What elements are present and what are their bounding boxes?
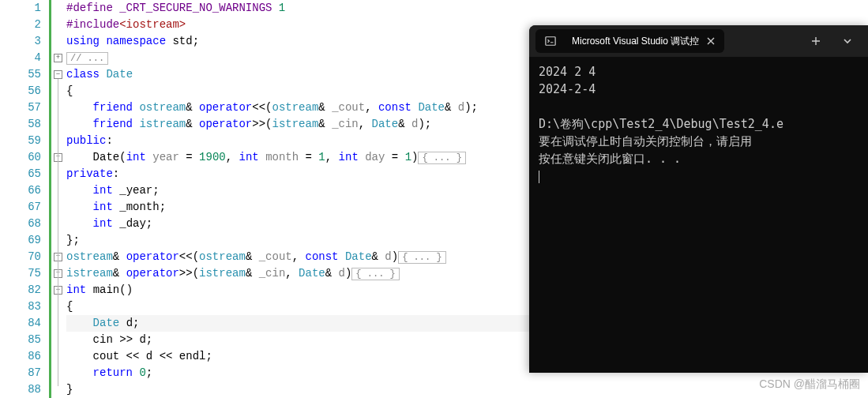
line-number: 83	[0, 298, 41, 315]
line-number: 4	[0, 50, 41, 66]
line-number: 3	[0, 33, 41, 50]
line-number: 69	[0, 232, 41, 249]
terminal-icon	[543, 34, 558, 48]
code-line[interactable]: }	[66, 381, 868, 398]
line-number: 58	[0, 116, 41, 133]
line-number: 59	[0, 133, 41, 149]
console-tab[interactable]: Microsoft Visual Studio 调试控	[535, 29, 724, 53]
close-icon[interactable]	[705, 36, 716, 47]
chevron-down-icon[interactable]	[833, 30, 862, 52]
line-number: 75	[0, 265, 41, 282]
line-number: 57	[0, 100, 41, 116]
line-number: 68	[0, 216, 41, 232]
fold-column: +−+++−	[47, 0, 63, 398]
line-number: 86	[0, 348, 41, 365]
line-number: 65	[0, 166, 41, 182]
new-tab-button[interactable]	[802, 30, 830, 52]
line-number: 55	[0, 66, 41, 83]
line-number: 56	[0, 83, 41, 100]
titlebar-controls	[802, 30, 862, 52]
console-title: Microsoft Visual Studio 调试控	[572, 35, 699, 48]
line-number: 70	[0, 249, 41, 265]
fold-collapse-icon[interactable]: −	[54, 70, 62, 79]
line-number: 1	[0, 0, 41, 17]
line-number: 85	[0, 332, 41, 348]
text-cursor	[539, 171, 539, 183]
debug-console-window: Microsoft Visual Studio 调试控 2024 2 4 202…	[529, 25, 868, 373]
line-number: 60	[0, 149, 41, 166]
line-number: 88	[0, 381, 41, 398]
console-output[interactable]: 2024 2 4 2024-2-4 D:\卷狗\cpp\Test2_4\Debu…	[529, 57, 868, 191]
watermark-text: CSDN @醋溜马桶圈	[759, 377, 860, 392]
line-number: 2	[0, 17, 41, 33]
line-number: 66	[0, 182, 41, 199]
modification-bar	[49, 0, 51, 398]
line-number: 82	[0, 282, 41, 298]
fold-expand-icon[interactable]: +	[54, 54, 62, 62]
console-titlebar[interactable]: Microsoft Visual Studio 调试控	[529, 25, 868, 57]
line-number: 67	[0, 199, 41, 216]
svg-rect-0	[546, 37, 555, 46]
line-number: 87	[0, 365, 41, 381]
line-number-gutter: 1234555657585960656667686970758283848586…	[0, 0, 47, 398]
line-number: 84	[0, 315, 41, 332]
code-line[interactable]: #define _CRT_SECURE_NO_WARNINGS 1	[66, 0, 868, 17]
